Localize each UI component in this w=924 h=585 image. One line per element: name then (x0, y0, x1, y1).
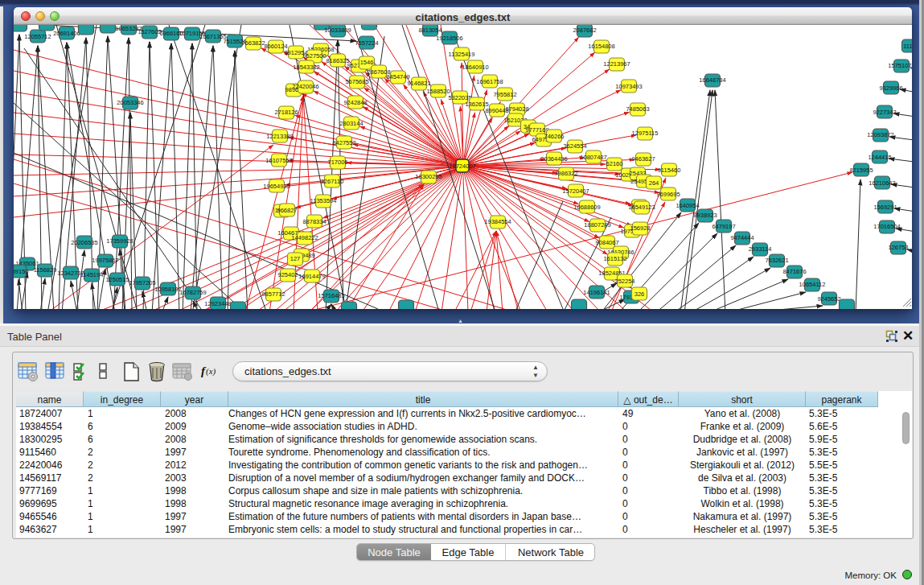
svg-text:156928: 156928 (630, 225, 650, 232)
svg-text:9699695: 9699695 (656, 191, 680, 198)
svg-text:9527500: 9527500 (302, 52, 326, 60)
svg-text:12213967: 12213967 (603, 60, 630, 68)
svg-text:1156829: 1156829 (34, 266, 57, 274)
svg-text:8878334: 8878334 (302, 218, 326, 225)
svg-text:17957205: 17957205 (129, 279, 155, 286)
svg-text:7485063: 7485063 (626, 105, 649, 113)
svg-text:18724007: 18724007 (449, 163, 475, 170)
svg-text:9857712: 9857712 (261, 290, 285, 298)
svg-text:9084067: 9084067 (595, 239, 618, 246)
svg-text:2718126: 2718126 (274, 109, 298, 116)
svg-text:939159: 939159 (14, 268, 29, 275)
svg-text:14498222: 14498222 (291, 234, 318, 241)
svg-text:10654112: 10654112 (799, 281, 826, 288)
svg-text:62160: 62160 (606, 160, 623, 167)
svg-text:16782759: 16782759 (179, 289, 206, 296)
svg-text:15751074: 15751074 (888, 62, 912, 69)
svg-text:1527602: 1527602 (138, 28, 161, 35)
svg-text:12055712: 12055712 (24, 33, 51, 40)
svg-text:717006: 717006 (327, 159, 347, 166)
svg-text:17359928: 17359928 (106, 237, 133, 245)
svg-text:1569291: 1569291 (873, 204, 897, 211)
svg-text:10688609: 10688609 (573, 204, 600, 211)
svg-text:2803144: 2803144 (339, 120, 363, 127)
svg-text:9245652: 9245652 (817, 295, 840, 303)
svg-text:8215955: 8215955 (849, 167, 873, 174)
svg-text:16961758: 16961758 (476, 78, 503, 85)
svg-text:8427552: 8427552 (332, 139, 355, 146)
svg-text:11353594: 11353594 (310, 197, 337, 204)
svg-text:925402: 925402 (277, 271, 298, 278)
svg-text:10973493: 10973493 (615, 83, 642, 90)
svg-text:6794028: 6794028 (505, 105, 528, 113)
svg-text:7663822: 7663822 (241, 39, 265, 47)
svg-text:7955812: 7955812 (493, 91, 516, 98)
svg-text:1588520: 1588520 (426, 88, 450, 95)
svg-text:22420046: 22420046 (292, 83, 318, 90)
svg-text:16107553: 16107553 (265, 157, 292, 164)
svg-text:18300295: 18300295 (415, 173, 441, 180)
svg-text:16154808: 16154808 (588, 43, 614, 50)
svg-text:8186325: 8186325 (326, 57, 349, 64)
svg-text:8813054: 8813054 (418, 27, 441, 34)
svg-text:16549123: 16549123 (628, 204, 655, 211)
svg-text:15720407: 15720407 (562, 187, 589, 195)
svg-text:17016504: 17016504 (873, 223, 900, 230)
svg-text:20691406: 20691406 (53, 30, 80, 37)
svg-text:10958107: 10958107 (154, 286, 181, 293)
svg-text:9146821: 9146821 (407, 80, 430, 87)
svg-text:16210643: 16210643 (869, 179, 895, 187)
svg-text:12093872: 12093872 (867, 131, 893, 138)
svg-text:10033809: 10033809 (324, 27, 351, 34)
svg-text:127: 127 (290, 255, 301, 262)
svg-text:1640954: 1640954 (676, 202, 699, 209)
svg-text:20364436: 20364436 (540, 155, 567, 163)
svg-text:1145194: 1145194 (80, 271, 104, 278)
svg-text:966827: 966827 (277, 207, 297, 214)
svg-text:1250515: 1250515 (105, 276, 129, 283)
svg-text:252254: 252254 (614, 278, 634, 285)
svg-text:14196141: 14196141 (583, 289, 610, 296)
svg-text:9242848: 9242848 (343, 99, 367, 106)
svg-text:1244415: 1244415 (868, 154, 891, 161)
svg-text:19975867: 19975867 (92, 257, 118, 264)
svg-text:19218506: 19218506 (436, 35, 462, 42)
svg-text:1546: 1546 (360, 59, 374, 66)
svg-text:20053346: 20053346 (117, 99, 143, 106)
svg-text:7632621: 7632621 (765, 257, 788, 264)
svg-text:1112: 1112 (903, 43, 912, 50)
svg-text:12975115: 12975115 (632, 130, 659, 137)
svg-text:18640910: 18640910 (462, 64, 488, 71)
svg-text:19654935: 19654935 (263, 183, 290, 190)
svg-text:264: 264 (649, 179, 659, 187)
svg-text:8938923: 8938923 (693, 212, 717, 219)
svg-text:16543382: 16543382 (293, 64, 319, 71)
svg-text:15716485: 15716485 (318, 292, 344, 299)
svg-text:(x): (x) (206, 366, 216, 377)
svg-text:3624554: 3624554 (563, 142, 586, 150)
svg-text:9227343: 9227343 (873, 109, 896, 116)
svg-text:746266: 746266 (544, 133, 564, 140)
svg-text:9474444: 9474444 (730, 234, 754, 241)
svg-text:6479197: 6479197 (712, 223, 735, 230)
svg-text:1615132: 1615132 (603, 255, 626, 262)
svg-text:11325419: 11325419 (449, 51, 475, 58)
svg-text:12213389: 12213389 (266, 133, 293, 140)
svg-text:9115460: 9115460 (658, 167, 681, 174)
svg-text:9329966: 9329966 (879, 84, 902, 92)
svg-text:19384554: 19384554 (484, 218, 511, 225)
svg-text:20206535: 20206535 (71, 239, 97, 246)
svg-text:12923448: 12923448 (204, 300, 231, 307)
svg-text:10807487: 10807487 (580, 154, 606, 161)
svg-text:126753: 126753 (888, 244, 908, 251)
svg-text:326: 326 (634, 290, 645, 298)
svg-text:5675685: 5675685 (345, 78, 368, 85)
svg-text:16648784: 16648784 (699, 76, 725, 84)
svg-text:3267110: 3267110 (321, 178, 344, 185)
svg-text:9463627: 9463627 (631, 155, 655, 163)
svg-text:16914479: 16914479 (298, 273, 325, 280)
svg-text:2087682: 2087682 (573, 27, 596, 34)
svg-text:18807249: 18807249 (584, 221, 610, 229)
svg-text:8454749: 8454749 (386, 73, 409, 80)
svg-text:7557224: 7557224 (355, 39, 378, 47)
